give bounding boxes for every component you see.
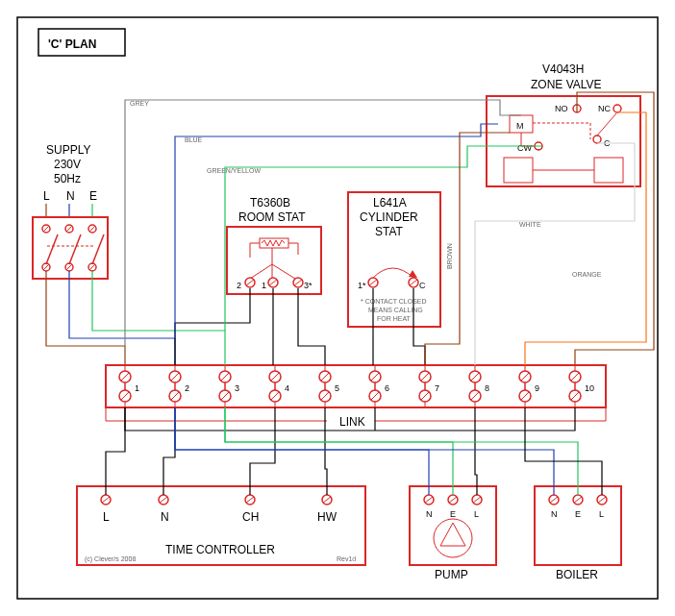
wire-label-gy: GREEN/YELLOW [207, 167, 261, 174]
supply-label-1: SUPPLY [46, 143, 90, 157]
svg-line-28 [250, 264, 272, 279]
svg-text:NO: NO [555, 104, 568, 113]
boiler-label: BOILER [556, 568, 598, 581]
supply-n: N [66, 189, 75, 203]
strip-terminal-6: 6 [385, 383, 389, 393]
strip-terminal-5: 5 [335, 383, 339, 393]
time-controller: L N CH HW TIME CONTROLLER (c) Clever/s 2… [77, 486, 365, 565]
svg-text:HW: HW [317, 510, 338, 524]
svg-rect-67 [594, 158, 623, 183]
strip-terminal-7: 7 [435, 383, 439, 393]
terminal-strip: 12345678910 LINK LINK [106, 365, 606, 429]
svg-text:* CONTACT CLOSED: * CONTACT CLOSED [361, 298, 427, 305]
supply-switch [33, 217, 108, 279]
room-stat-label: ROOM STAT [238, 210, 306, 224]
svg-rect-69 [106, 365, 606, 407]
svg-text:N: N [426, 509, 433, 519]
svg-text:CH: CH [242, 510, 259, 524]
svg-line-17 [46, 234, 58, 264]
svg-line-18 [69, 234, 81, 264]
strip-terminal-1: 1 [135, 383, 139, 393]
time-controller-label: TIME CONTROLLER [165, 543, 275, 556]
strip-terminal-9: 9 [535, 383, 539, 393]
svg-text:N: N [161, 510, 169, 524]
boiler: N E L BOILER [535, 486, 621, 581]
supply-e: E [89, 189, 97, 203]
svg-text:1: 1 [262, 281, 266, 290]
cyl-stat-label-1: CYLINDER [360, 210, 418, 224]
cyl-stat-model: L641A [373, 196, 407, 209]
strip-terminal-2: 2 [185, 383, 189, 393]
svg-line-29 [272, 264, 295, 279]
supply-label-2: 230V [54, 158, 81, 171]
svg-text:M: M [516, 121, 524, 131]
zone-valve-box: M NO NC C CW [487, 96, 640, 186]
zone-valve-label: ZONE VALVE [531, 78, 602, 91]
supply-l: L [43, 189, 50, 203]
wire-label-orange: ORANGE [572, 271, 602, 278]
svg-text:2: 2 [237, 281, 241, 290]
supply-label-3: 50Hz [54, 172, 81, 185]
wire-label-blue: BLUE [185, 136, 203, 143]
svg-text:1*: 1* [358, 281, 366, 290]
pump-label: PUMP [435, 568, 468, 581]
svg-text:NC: NC [598, 104, 611, 113]
zone-valve-model: V4043H [542, 62, 584, 76]
strip-terminal-3: 3 [235, 383, 239, 393]
svg-text:3*: 3* [304, 281, 312, 290]
cyl-stat-label-2: STAT [375, 225, 404, 238]
wire-label-white: WHITE [519, 221, 541, 228]
svg-text:L: L [599, 509, 604, 519]
room-stat-box: 2 1 3* [227, 227, 321, 294]
svg-text:N: N [551, 509, 558, 519]
svg-point-54 [613, 105, 621, 112]
wiring-diagram: 'C' PLAN SUPPLY 230V 50Hz L N E T6360B R… [0, 0, 675, 616]
strip-terminal-4: 4 [285, 383, 289, 393]
svg-text:CW: CW [517, 143, 532, 153]
svg-marker-46 [409, 270, 417, 278]
svg-text:Rev1d: Rev1d [337, 555, 356, 562]
svg-text:E: E [450, 509, 456, 519]
svg-text:E: E [575, 509, 581, 519]
title-box: 'C' PLAN [38, 29, 125, 56]
svg-text:C: C [419, 281, 426, 290]
svg-point-170 [434, 519, 472, 557]
strip-terminal-10: 10 [585, 383, 594, 393]
title-text: 'C' PLAN [48, 37, 96, 51]
strip-terminal-8: 8 [485, 383, 489, 393]
wire-label-grey: GREY [130, 100, 149, 107]
svg-rect-66 [504, 158, 533, 183]
svg-line-60 [597, 113, 616, 136]
svg-text:L: L [474, 509, 479, 519]
wire-label-brown: BROWN [446, 243, 453, 269]
pump: N E L PUMP [410, 486, 496, 581]
svg-text:FOR HEAT: FOR HEAT [377, 315, 412, 322]
svg-text:L: L [103, 510, 110, 524]
svg-text:LINK: LINK [339, 415, 365, 429]
room-stat-model: T6360B [250, 196, 290, 209]
svg-text:(c) Clever/s 2008: (c) Clever/s 2008 [85, 555, 136, 563]
svg-point-59 [593, 136, 601, 143]
svg-text:MEANS CALLING: MEANS CALLING [368, 307, 423, 313]
svg-line-19 [92, 234, 104, 264]
